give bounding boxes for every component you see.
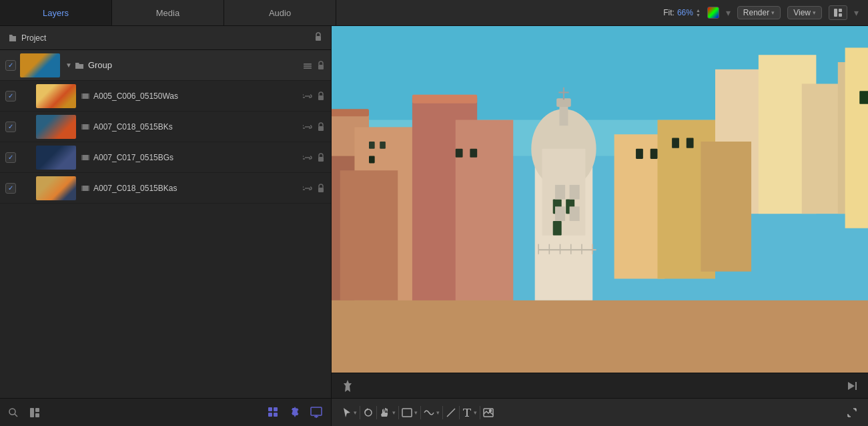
svg-rect-87	[855, 382, 857, 390]
line-tool-button[interactable]	[446, 407, 456, 418]
svg-rect-32	[274, 413, 278, 417]
layer-item[interactable]: ✓ A007_C017_0515BGs	[0, 142, 331, 173]
tab-media[interactable]: Media	[112, 0, 224, 25]
link-icon-2[interactable]	[303, 124, 312, 130]
text-tool-button[interactable]: ▾	[462, 407, 477, 418]
layer-item[interactable]: ✓ A007_C018_0515BKas	[0, 173, 331, 204]
layer-checkbox-2[interactable]: ✓	[5, 122, 16, 132]
view-label: View	[793, 8, 811, 17]
project-lock-icon[interactable]	[314, 31, 323, 44]
curve-icon	[424, 408, 434, 417]
svg-rect-14	[88, 124, 89, 130]
fit-spinner[interactable]: ▲ ▼	[696, 8, 701, 17]
layer-thumb-3	[36, 146, 76, 170]
layer-thumb-4	[36, 176, 76, 200]
layer-list: ✓ ▼ Group	[0, 50, 331, 398]
svg-rect-61	[470, 149, 477, 158]
layer-item[interactable]: ✓ A007_C018_0515BKs	[0, 112, 331, 142]
tab-audio[interactable]: Audio	[224, 0, 336, 25]
line-icon	[446, 407, 456, 418]
svg-rect-18	[88, 155, 89, 160]
link-icon-1[interactable]	[303, 93, 312, 99]
lock-icon-4[interactable]	[316, 183, 326, 194]
image-icon	[483, 408, 494, 417]
vc-right-controls	[847, 381, 857, 391]
svg-rect-67	[332, 109, 369, 116]
svg-rect-66	[412, 95, 477, 103]
right-panel: ▾ ▾	[332, 26, 868, 426]
text-icon	[462, 407, 472, 418]
layer-name-2: A007_C018_0515BKs	[93, 122, 299, 132]
bt-select-group: ▾	[342, 407, 357, 418]
pointer-icon	[342, 407, 352, 418]
video-strip-icon-2	[81, 124, 89, 130]
layer-name-4: A007_C018_0515BKas	[93, 184, 299, 193]
expand-arrow[interactable]: ▼	[65, 61, 72, 69]
bottom-right-icons	[267, 406, 323, 419]
orbit-icon	[363, 407, 374, 418]
svg-rect-57	[369, 142, 375, 149]
tab-audio-label: Audio	[269, 8, 291, 18]
svg-rect-73	[570, 185, 580, 200]
orbit-tool-button[interactable]	[363, 407, 374, 418]
view-button[interactable]: View ▾	[787, 6, 822, 19]
svg-rect-10	[88, 93, 89, 99]
lock-icon-3[interactable]	[316, 152, 326, 163]
bt-sep-5	[442, 406, 443, 419]
vc-left-controls	[342, 380, 353, 392]
svg-rect-11	[318, 95, 324, 100]
layer-actions-2	[303, 122, 326, 132]
layout-panels-icon[interactable]	[29, 407, 40, 418]
svg-rect-75	[570, 206, 580, 221]
rect-tool-button[interactable]: ▾	[402, 408, 418, 417]
transform-button[interactable]	[847, 407, 857, 418]
group-lock-icon[interactable]	[316, 60, 326, 71]
svg-point-24	[9, 409, 15, 415]
text-chevron: ▾	[474, 409, 477, 416]
bt-sep-4	[420, 406, 421, 419]
curve-tool-button[interactable]: ▾	[424, 408, 440, 417]
link-icon-3[interactable]	[303, 154, 312, 161]
export-icon[interactable]	[310, 406, 323, 419]
project-name: Project	[21, 33, 46, 43]
hand-tool-button[interactable]: ▾	[380, 407, 396, 418]
group-layer-item[interactable]: ✓ ▼ Group	[0, 50, 331, 81]
layer-checkbox-1[interactable]: ✓	[5, 91, 16, 101]
color-picker-button[interactable]	[707, 7, 719, 19]
skip-to-end-icon[interactable]	[847, 381, 857, 391]
group-checkbox[interactable]: ✓	[5, 60, 16, 71]
bt-sep-1	[360, 406, 360, 419]
svg-rect-72	[555, 185, 565, 200]
bt-sep-2	[376, 406, 377, 419]
select-tool-button[interactable]: ▾	[342, 407, 357, 418]
grid-icon[interactable]	[267, 406, 280, 419]
svg-rect-30	[274, 407, 278, 411]
curve-chevron: ▾	[436, 409, 440, 416]
layer-actions-4	[303, 183, 326, 194]
svg-rect-74	[555, 206, 565, 221]
image-tool-button[interactable]	[483, 408, 494, 417]
layer-thumb-2	[36, 115, 76, 139]
color-chevron[interactable]: ▾	[726, 7, 731, 18]
svg-rect-71	[553, 221, 562, 236]
render-button[interactable]: Render ▾	[737, 6, 781, 19]
svg-rect-29	[268, 407, 272, 411]
layout-toggle-button[interactable]	[829, 5, 847, 20]
pin-icon[interactable]	[342, 380, 353, 392]
lock-icon-1[interactable]	[316, 91, 326, 101]
gear-icon[interactable]	[288, 406, 302, 419]
layer-item[interactable]: ✓ A005_C006_05150Was	[0, 81, 331, 112]
layout-chevron[interactable]: ▾	[854, 7, 859, 18]
lock-icon-2[interactable]	[316, 122, 326, 132]
layer-checkbox-3[interactable]: ✓	[5, 152, 16, 163]
svg-rect-63	[650, 149, 658, 159]
svg-rect-27	[35, 408, 39, 412]
tab-layers[interactable]: Layers	[0, 0, 112, 25]
group-stack-icon[interactable]	[303, 61, 312, 70]
project-title: Project	[8, 33, 46, 43]
fit-value[interactable]: 66%	[677, 8, 693, 17]
search-icon[interactable]	[8, 407, 19, 418]
layer-checkbox-4[interactable]: ✓	[5, 183, 16, 194]
svg-rect-64	[672, 138, 679, 148]
link-icon-4[interactable]	[303, 185, 312, 192]
